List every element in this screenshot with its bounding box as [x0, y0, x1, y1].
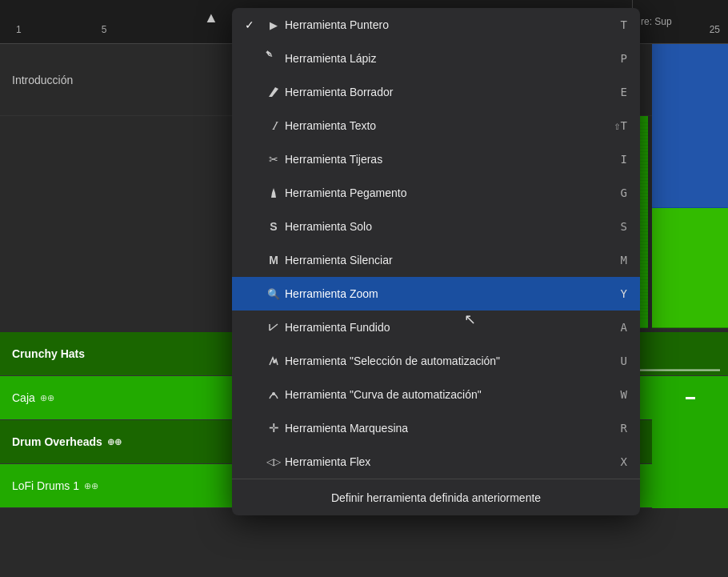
solo-shortcut: S	[621, 220, 627, 233]
solo-icon: S	[262, 220, 285, 233]
blue-region	[652, 44, 728, 208]
track-label-crunchy-hats: Crunchy Hats	[0, 332, 248, 376]
marquesina-shortcut: R	[621, 422, 627, 435]
overheads-loop-icon: ⊕⊕	[107, 437, 122, 447]
menu-item-flex[interactable]: ◁▷ Herramienta Flex X	[232, 445, 640, 479]
menu-item-seleccion-auto[interactable]: Herramienta "Selección de automatización…	[232, 344, 640, 378]
menu-item-solo[interactable]: S Herramienta Solo S	[232, 210, 640, 243]
marquesina-icon: ✛	[262, 421, 285, 435]
svg-point-4	[272, 392, 275, 395]
menu-item-footer[interactable]: Definir herramienta definida anteriormen…	[232, 479, 640, 515]
lofi-right-block	[652, 464, 728, 508]
texto-icon: 𝐼	[262, 118, 285, 133]
footer-label: Definir herramienta definida anteriormen…	[245, 491, 627, 504]
lapiz-icon: ✒	[261, 46, 286, 70]
silenciar-shortcut: M	[621, 254, 627, 266]
silenciar-label: Herramienta Silenciar	[285, 254, 621, 266]
seleccion-auto-label: Herramienta "Selección de automatización…	[285, 355, 621, 367]
caja-loop-icon: ⊕⊕	[40, 393, 54, 403]
track-label-introduccion: Introducción	[0, 44, 248, 116]
pegamento-label: Herramienta Pegamento	[285, 186, 621, 199]
caja-dash	[686, 397, 695, 399]
menu-item-borrador[interactable]: Herramienta Borrador E	[232, 75, 640, 109]
menu-item-pegamento[interactable]: Herramienta Pegamento G	[232, 176, 640, 210]
borrador-label: Herramienta Borrador	[285, 86, 621, 98]
zoom-shortcut: Y	[621, 287, 627, 300]
lapiz-label: Herramienta Lápiz	[285, 52, 621, 65]
score-label: re: Sup	[632, 0, 728, 44]
puntero-label: Herramienta Puntero	[285, 18, 621, 31]
ruler-mark-5: 5	[102, 24, 107, 35]
ruler-mark-1: 1	[16, 24, 22, 35]
curva-auto-label: Herramienta "Curva de automatización"	[285, 388, 621, 401]
seleccion-auto-shortcut: U	[621, 355, 627, 367]
score-number: 25	[710, 24, 720, 35]
menu-item-curva-auto[interactable]: Herramienta "Curva de automatización" W	[232, 378, 640, 411]
fundido-icon	[262, 321, 285, 334]
overheads-right-block	[652, 420, 728, 464]
texto-label: Herramienta Texto	[285, 119, 614, 132]
borrador-shortcut: E	[621, 86, 627, 98]
borrador-icon	[262, 86, 285, 98]
menu-item-texto[interactable]: 𝐼 Herramienta Texto ⇧T	[232, 109, 640, 142]
flex-label: Herramienta Flex	[285, 455, 621, 468]
tijeras-label: Herramienta Tijeras	[285, 153, 621, 166]
flex-icon: ◁▷	[262, 456, 285, 467]
menu-item-tijeras[interactable]: ✂ Herramienta Tijeras I	[232, 142, 640, 176]
flex-shortcut: X	[621, 455, 627, 468]
lofi-loop-icon: ⊕⊕	[84, 481, 98, 491]
pegamento-shortcut: G	[621, 186, 627, 199]
track-label-lofi-drums: LoFi Drums 1 ⊕⊕	[0, 464, 248, 508]
menu-item-lapiz[interactable]: ✒ Herramienta Lápiz P	[232, 42, 640, 75]
menu-item-fundido[interactable]: Herramienta Fundido A	[232, 311, 640, 344]
pointer-tool-icon: ▲	[204, 10, 218, 26]
lapiz-shortcut: P	[621, 52, 627, 65]
seleccion-auto-icon	[262, 355, 285, 367]
check-puntero: ✓	[245, 18, 262, 31]
menu-item-zoom[interactable]: 🔍 Herramienta Zoom Y	[232, 277, 640, 311]
solo-label: Herramienta Solo	[285, 220, 621, 233]
ruler-numbers: 1 5	[16, 24, 106, 35]
svg-marker-0	[269, 87, 278, 97]
fundido-label: Herramienta Fundido	[285, 321, 621, 334]
pegamento-icon	[262, 186, 285, 199]
zoom-icon: 🔍	[262, 288, 285, 300]
caja-right-block	[652, 376, 728, 420]
tool-dropdown-menu: ✓ ▶ Herramienta Puntero T ✒ Herramienta …	[232, 8, 640, 515]
svg-line-1	[270, 324, 278, 331]
curva-auto-shortcut: W	[621, 388, 627, 401]
menu-item-marquesina[interactable]: ✛ Herramienta Marquesina R	[232, 411, 640, 445]
menu-item-puntero[interactable]: ✓ ▶ Herramienta Puntero T	[232, 8, 640, 42]
track-label-drum-overheads: Drum Overheads ⊕⊕	[0, 420, 248, 464]
tijeras-icon: ✂	[262, 153, 285, 166]
menu-item-silenciar[interactable]: M Herramienta Silenciar M	[232, 243, 640, 277]
tijeras-shortcut: I	[621, 153, 627, 166]
fundido-shortcut: A	[621, 321, 627, 334]
track-label-caja: Caja ⊕⊕	[0, 376, 248, 420]
texto-shortcut: ⇧T	[614, 119, 627, 132]
svg-point-3	[273, 360, 276, 363]
curva-auto-icon	[262, 388, 285, 401]
puntero-icon: ▶	[262, 19, 285, 31]
right-green-region	[652, 208, 728, 328]
zoom-label: Herramienta Zoom	[285, 287, 621, 300]
marquesina-label: Herramienta Marquesina	[285, 422, 621, 435]
silenciar-icon: M	[262, 254, 285, 266]
puntero-shortcut: T	[621, 18, 627, 31]
